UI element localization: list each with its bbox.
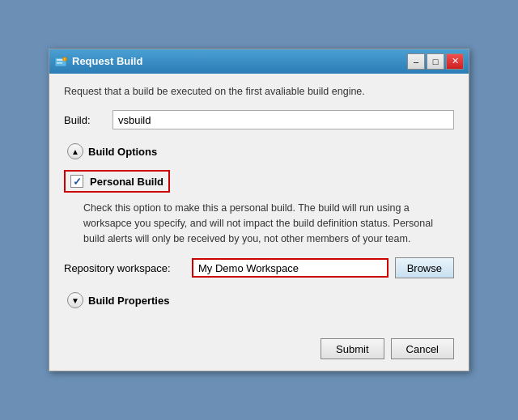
dialog-description: Request that a build be executed on the … [64, 85, 454, 100]
personal-build-row[interactable]: ✓ Personal Build [64, 170, 170, 193]
build-input[interactable] [113, 110, 454, 129]
build-properties-header: ▼ Build Properties [64, 290, 454, 311]
cancel-button[interactable]: Cancel [391, 338, 454, 359]
title-bar-left: ! Request Build [54, 55, 142, 68]
build-options-title: Build Options [88, 146, 157, 158]
repo-workspace-input[interactable] [192, 258, 388, 278]
toggle-down-icon: ▼ [71, 296, 79, 305]
svg-text:!: ! [64, 57, 65, 61]
build-options-toggle[interactable]: ▲ [67, 143, 83, 159]
dialog-icon: ! [54, 55, 67, 68]
toggle-up-icon: ▲ [71, 147, 79, 156]
dialog-title: Request Build [72, 55, 142, 67]
dialog-window: ! Request Build – □ ✕ Request that a bui… [49, 49, 469, 372]
repo-label: Repository workspace: [64, 262, 185, 274]
browse-button[interactable]: Browse [395, 257, 454, 278]
title-bar: ! Request Build – □ ✕ [49, 49, 469, 74]
title-bar-buttons: – □ ✕ [407, 53, 464, 70]
maximize-button[interactable]: □ [427, 53, 444, 70]
dialog-footer: Submit Cancel [49, 330, 469, 371]
personal-build-checkbox[interactable]: ✓ [70, 175, 83, 188]
build-properties-title: Build Properties [88, 295, 169, 307]
build-options-header: ▲ Build Options [64, 141, 454, 162]
build-field-row: Build: [64, 110, 454, 129]
svg-rect-2 [57, 62, 62, 64]
personal-build-description: Check this option to make this a persona… [83, 201, 454, 246]
submit-button[interactable]: Submit [321, 338, 384, 359]
build-label: Build: [64, 114, 113, 126]
personal-build-label: Personal Build [90, 176, 163, 188]
checkbox-check-icon: ✓ [73, 176, 82, 187]
close-button[interactable]: ✕ [446, 53, 464, 70]
build-properties-toggle[interactable]: ▼ [67, 292, 83, 308]
repository-workspace-row: Repository workspace: Browse [64, 257, 454, 278]
minimize-button[interactable]: – [407, 53, 425, 70]
dialog-body: Request that a build be executed on the … [49, 74, 469, 331]
